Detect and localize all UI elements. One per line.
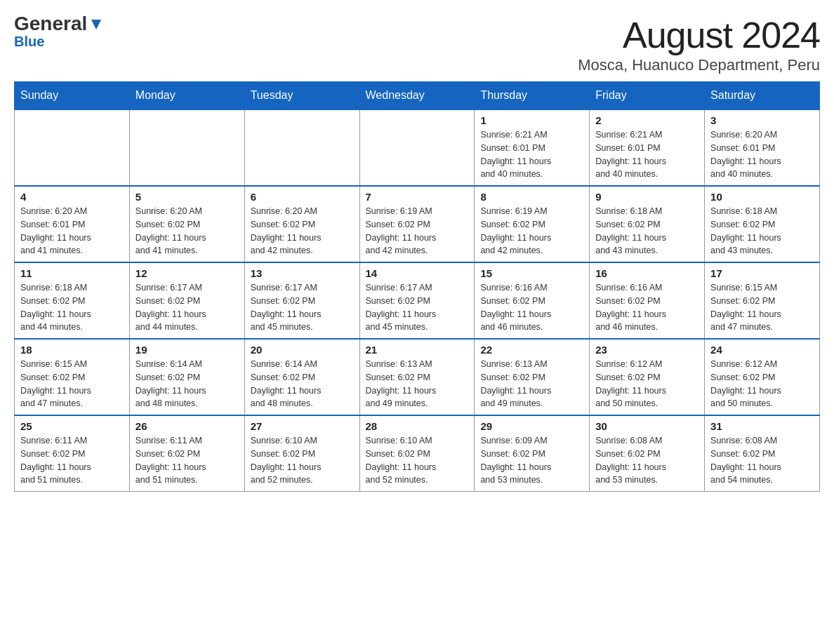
page-header: General Blue August 2024 Mosca, Huanuco … (14, 14, 820, 74)
calendar-day-cell: 11Sunrise: 6:18 AMSunset: 6:02 PMDayligh… (15, 262, 130, 339)
day-info: Sunrise: 6:18 AMSunset: 6:02 PMDaylight:… (20, 281, 124, 334)
day-number: 31 (710, 420, 814, 432)
day-number: 17 (710, 267, 814, 279)
day-info: Sunrise: 6:21 AMSunset: 6:01 PMDaylight:… (480, 128, 583, 181)
day-info: Sunrise: 6:08 AMSunset: 6:02 PMDaylight:… (595, 434, 699, 487)
calendar-day-cell (359, 109, 475, 186)
calendar-day-cell: 16Sunrise: 6:16 AMSunset: 6:02 PMDayligh… (590, 262, 705, 339)
day-info: Sunrise: 6:20 AMSunset: 6:01 PMDaylight:… (710, 128, 814, 181)
calendar-day-cell: 5Sunrise: 6:20 AMSunset: 6:02 PMDaylight… (129, 186, 244, 262)
calendar-day-cell: 26Sunrise: 6:11 AMSunset: 6:02 PMDayligh… (129, 415, 244, 492)
calendar-day-cell: 24Sunrise: 6:12 AMSunset: 6:02 PMDayligh… (705, 339, 820, 415)
day-number: 10 (710, 191, 814, 203)
day-number: 25 (20, 420, 124, 432)
title-section: August 2024 Mosca, Huanuco Department, P… (578, 14, 820, 74)
calendar-day-cell: 14Sunrise: 6:17 AMSunset: 6:02 PMDayligh… (359, 262, 475, 339)
day-info: Sunrise: 6:12 AMSunset: 6:02 PMDaylight:… (595, 358, 699, 410)
calendar-day-cell: 29Sunrise: 6:09 AMSunset: 6:02 PMDayligh… (475, 415, 590, 492)
calendar-day-cell: 10Sunrise: 6:18 AMSunset: 6:02 PMDayligh… (705, 186, 820, 262)
calendar-day-cell: 22Sunrise: 6:13 AMSunset: 6:02 PMDayligh… (475, 339, 590, 415)
logo: General Blue (14, 14, 104, 50)
day-number: 13 (251, 267, 354, 279)
calendar-day-cell: 1Sunrise: 6:21 AMSunset: 6:01 PMDaylight… (475, 109, 590, 186)
location-title: Mosca, Huanuco Department, Peru (578, 56, 820, 74)
day-number: 18 (20, 344, 124, 356)
calendar-day-cell: 27Sunrise: 6:10 AMSunset: 6:02 PMDayligh… (244, 415, 359, 492)
day-info: Sunrise: 6:20 AMSunset: 6:02 PMDaylight:… (251, 205, 354, 257)
calendar-day-cell: 8Sunrise: 6:19 AMSunset: 6:02 PMDaylight… (475, 186, 590, 262)
day-number: 14 (366, 267, 469, 279)
day-info: Sunrise: 6:17 AMSunset: 6:02 PMDaylight:… (251, 281, 354, 334)
day-number: 26 (135, 420, 239, 432)
day-header-tuesday: Tuesday (244, 82, 359, 110)
calendar-day-cell: 3Sunrise: 6:20 AMSunset: 6:01 PMDaylight… (705, 109, 820, 186)
calendar-day-cell (129, 109, 244, 186)
day-number: 5 (135, 191, 239, 203)
calendar-day-cell: 6Sunrise: 6:20 AMSunset: 6:02 PMDaylight… (244, 186, 359, 262)
calendar-day-cell: 18Sunrise: 6:15 AMSunset: 6:02 PMDayligh… (15, 339, 130, 415)
day-number: 9 (595, 191, 699, 203)
calendar-week-row: 11Sunrise: 6:18 AMSunset: 6:02 PMDayligh… (15, 262, 820, 339)
day-number: 27 (251, 420, 354, 432)
day-info: Sunrise: 6:14 AMSunset: 6:02 PMDaylight:… (251, 358, 354, 410)
day-number: 2 (595, 114, 699, 126)
calendar-day-cell: 13Sunrise: 6:17 AMSunset: 6:02 PMDayligh… (244, 262, 359, 339)
calendar-day-cell: 7Sunrise: 6:19 AMSunset: 6:02 PMDaylight… (359, 186, 475, 262)
day-header-wednesday: Wednesday (359, 82, 475, 110)
day-info: Sunrise: 6:11 AMSunset: 6:02 PMDaylight:… (135, 434, 239, 487)
day-number: 21 (366, 344, 469, 356)
day-number: 16 (595, 267, 699, 279)
calendar-week-row: 18Sunrise: 6:15 AMSunset: 6:02 PMDayligh… (15, 339, 820, 415)
day-header-friday: Friday (590, 82, 705, 110)
day-info: Sunrise: 6:20 AMSunset: 6:02 PMDaylight:… (135, 205, 239, 257)
calendar-day-cell: 20Sunrise: 6:14 AMSunset: 6:02 PMDayligh… (244, 339, 359, 415)
day-info: Sunrise: 6:21 AMSunset: 6:01 PMDaylight:… (595, 128, 699, 181)
calendar-day-cell: 25Sunrise: 6:11 AMSunset: 6:02 PMDayligh… (15, 415, 130, 492)
day-info: Sunrise: 6:15 AMSunset: 6:02 PMDaylight:… (20, 358, 124, 410)
svg-marker-0 (91, 20, 101, 29)
calendar-day-cell: 31Sunrise: 6:08 AMSunset: 6:02 PMDayligh… (705, 415, 820, 492)
day-info: Sunrise: 6:16 AMSunset: 6:02 PMDaylight:… (595, 281, 699, 334)
calendar-week-row: 25Sunrise: 6:11 AMSunset: 6:02 PMDayligh… (15, 415, 820, 492)
day-info: Sunrise: 6:15 AMSunset: 6:02 PMDaylight:… (710, 281, 814, 334)
day-number: 30 (595, 420, 699, 432)
day-number: 20 (251, 344, 354, 356)
day-info: Sunrise: 6:19 AMSunset: 6:02 PMDaylight:… (480, 205, 583, 257)
month-title: August 2024 (578, 14, 820, 56)
day-info: Sunrise: 6:10 AMSunset: 6:02 PMDaylight:… (366, 434, 469, 487)
day-number: 23 (595, 344, 699, 356)
day-number: 12 (135, 267, 239, 279)
calendar-day-cell: 12Sunrise: 6:17 AMSunset: 6:02 PMDayligh… (129, 262, 244, 339)
logo-blue-text: Blue (14, 34, 44, 49)
calendar-day-cell: 4Sunrise: 6:20 AMSunset: 6:01 PMDaylight… (15, 186, 130, 262)
calendar-week-row: 4Sunrise: 6:20 AMSunset: 6:01 PMDaylight… (15, 186, 820, 262)
calendar-day-cell: 15Sunrise: 6:16 AMSunset: 6:02 PMDayligh… (475, 262, 590, 339)
day-info: Sunrise: 6:12 AMSunset: 6:02 PMDaylight:… (710, 358, 814, 410)
day-info: Sunrise: 6:09 AMSunset: 6:02 PMDaylight:… (480, 434, 583, 487)
calendar-day-cell: 28Sunrise: 6:10 AMSunset: 6:02 PMDayligh… (359, 415, 475, 492)
calendar-day-cell: 30Sunrise: 6:08 AMSunset: 6:02 PMDayligh… (590, 415, 705, 492)
logo-general-text: General (14, 14, 87, 34)
calendar-table: SundayMondayTuesdayWednesdayThursdayFrid… (14, 81, 820, 492)
day-info: Sunrise: 6:13 AMSunset: 6:02 PMDaylight:… (480, 358, 583, 410)
logo-triangle-icon (88, 17, 104, 32)
day-number: 4 (20, 191, 124, 203)
day-number: 11 (20, 267, 124, 279)
day-number: 28 (366, 420, 469, 432)
day-number: 7 (366, 191, 469, 203)
day-info: Sunrise: 6:17 AMSunset: 6:02 PMDaylight:… (366, 281, 469, 334)
day-info: Sunrise: 6:19 AMSunset: 6:02 PMDaylight:… (366, 205, 469, 257)
day-header-thursday: Thursday (475, 82, 590, 110)
day-info: Sunrise: 6:17 AMSunset: 6:02 PMDaylight:… (135, 281, 239, 334)
day-info: Sunrise: 6:08 AMSunset: 6:02 PMDaylight:… (710, 434, 814, 487)
calendar-day-cell: 2Sunrise: 6:21 AMSunset: 6:01 PMDaylight… (590, 109, 705, 186)
day-number: 15 (480, 267, 583, 279)
calendar-day-cell: 17Sunrise: 6:15 AMSunset: 6:02 PMDayligh… (705, 262, 820, 339)
day-number: 22 (480, 344, 583, 356)
day-info: Sunrise: 6:10 AMSunset: 6:02 PMDaylight:… (251, 434, 354, 487)
calendar-day-cell: 19Sunrise: 6:14 AMSunset: 6:02 PMDayligh… (129, 339, 244, 415)
day-number: 6 (251, 191, 354, 203)
calendar-header-row: SundayMondayTuesdayWednesdayThursdayFrid… (15, 82, 820, 110)
day-header-sunday: Sunday (15, 82, 130, 110)
day-number: 24 (710, 344, 814, 356)
